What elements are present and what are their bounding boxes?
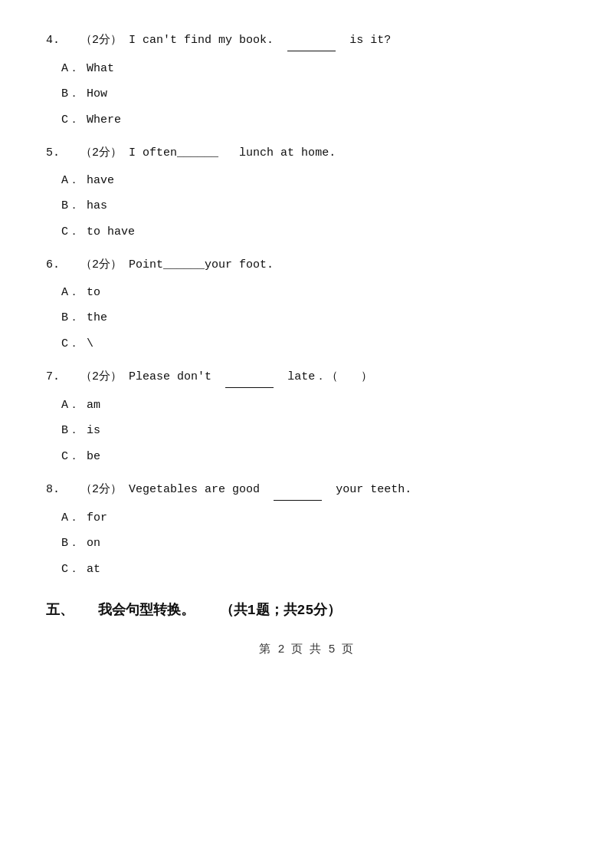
q7-option-c: C． be (61, 447, 567, 467)
section-title: 我会句型转换。 (98, 603, 195, 618)
question-6-text: 6. （2分） Point______your foot. (46, 255, 567, 275)
q6-option-c-text: \ (87, 337, 93, 350)
q8-number: 8. (46, 483, 60, 496)
q7-option-c-label: C． (61, 450, 80, 463)
q4-option-c-text: Where (87, 113, 121, 127)
q7-option-b-label: B． (61, 424, 80, 437)
q6-option-a: A． to (61, 283, 567, 303)
q8-option-a-label: A． (61, 511, 80, 524)
q8-option-c-text: at (87, 563, 100, 576)
q6-number: 6. (46, 258, 60, 271)
q7-option-b: B． is (61, 421, 567, 441)
q7-option-a: A． am (61, 396, 567, 416)
q4-points: （2分） (80, 34, 122, 47)
q4-option-b-text: How (87, 87, 107, 100)
q5-number: 5. (46, 146, 60, 159)
q4-number: 4. (46, 34, 60, 47)
q5-option-b-label: B． (61, 199, 80, 212)
q7-option-b-text: is (87, 424, 100, 437)
q4-option-a: A． What (61, 59, 567, 79)
question-4-text: 4. （2分） I can't find my book. is it? (46, 31, 567, 51)
question-6: 6. （2分） Point______your foot. A． to B． t… (46, 255, 567, 353)
question-5-text: 5. （2分） I often______ lunch at home. (46, 143, 567, 163)
q5-option-b: B． has (61, 196, 567, 216)
q4-option-b-label: B． (61, 87, 80, 100)
question-4: 4. （2分） I can't find my book. is it? A． … (46, 31, 567, 130)
q6-points: （2分） (80, 258, 122, 271)
section-header: 五、 我会句型转换。 （共1题；共25分） (46, 600, 567, 619)
question-8: 8. （2分） Vegetables are good your teeth. … (46, 480, 567, 579)
q6-option-b-text: the (87, 311, 107, 324)
question-7-text: 7. （2分） Please don't late．（ ） (46, 367, 567, 388)
q7-option-c-text: be (87, 450, 100, 463)
q5-option-a-label: A． (61, 174, 80, 187)
q7-points: （2分） (80, 370, 122, 383)
q5-option-c-text: to have (87, 225, 135, 238)
q5-option-a-text: have (87, 174, 114, 187)
page-footer: 第 2 页 共 5 页 (46, 642, 567, 656)
q5-option-a: A． have (61, 171, 567, 191)
q4-option-c: C． Where (61, 110, 567, 130)
q4-option-c-label: C． (61, 113, 80, 127)
q5-after: lunch at home. (239, 146, 336, 159)
q8-option-c: C． at (61, 560, 567, 580)
q4-body: I can't find my book. (129, 34, 274, 47)
question-8-text: 8. （2分） Vegetables are good your teeth. (46, 480, 567, 501)
q6-option-b-label: B． (61, 311, 80, 324)
section-meta: （共1题；共25分） (220, 603, 341, 618)
q4-option-a-label: A． (61, 62, 80, 75)
q4-blank (287, 31, 336, 51)
q5-option-c: C． to have (61, 222, 567, 242)
q8-blank (274, 480, 322, 501)
footer-text: 第 2 页 共 5 页 (259, 643, 353, 656)
q4-option-a-text: What (87, 62, 114, 75)
q7-body: Please don't (129, 370, 211, 383)
q8-option-a-text: for (87, 511, 107, 524)
q7-after: late．（ ） (287, 370, 372, 383)
question-7: 7. （2分） Please don't late．（ ） A． am B． i… (46, 367, 567, 466)
q5-points: （2分） (80, 146, 122, 159)
question-5: 5. （2分） I often______ lunch at home. A． … (46, 143, 567, 242)
q6-option-b: B． the (61, 308, 567, 328)
q6-option-c: C． \ (61, 334, 567, 354)
q8-points: （2分） (80, 483, 122, 496)
section-number: 五、 (46, 603, 74, 618)
q4-option-b: B． How (61, 84, 567, 104)
q5-option-b-text: has (87, 199, 107, 212)
q4-after: is it? (349, 34, 391, 47)
q8-option-c-label: C． (61, 563, 80, 576)
q8-option-a: A． for (61, 508, 567, 528)
q7-option-a-label: A． (61, 399, 80, 412)
q8-option-b: B． on (61, 534, 567, 554)
q6-body: Point______your foot. (129, 258, 274, 271)
q8-body: Vegetables are good (129, 483, 260, 496)
q8-option-b-label: B． (61, 537, 80, 550)
q7-option-a-text: am (87, 399, 100, 412)
q8-option-b-text: on (87, 537, 100, 550)
q6-option-a-text: to (87, 286, 100, 299)
q5-option-c-label: C． (61, 225, 80, 238)
q6-option-a-label: A． (61, 286, 80, 299)
q7-number: 7. (46, 370, 60, 383)
q6-option-c-label: C． (61, 337, 80, 350)
q8-after: your teeth. (336, 483, 411, 496)
q5-body: I often______ (129, 146, 218, 159)
q7-blank (225, 367, 274, 388)
